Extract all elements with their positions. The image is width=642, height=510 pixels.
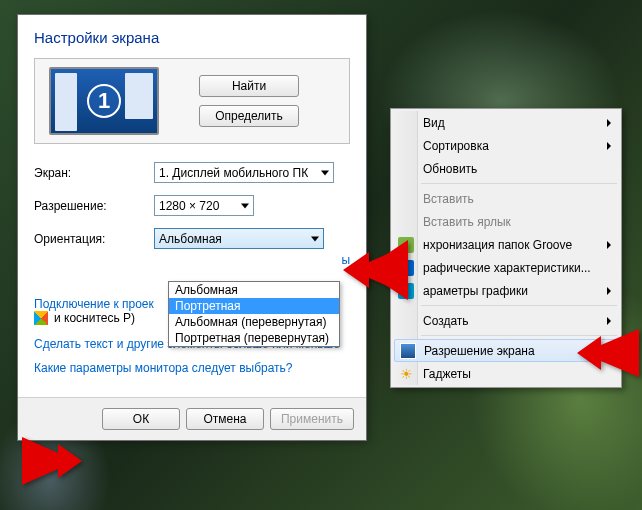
chevron-down-icon [321,170,329,175]
orientation-dropdown-list[interactable]: Альбомная Портретная Альбомная (переверн… [168,281,340,347]
orientation-label: Ориентация: [34,232,154,246]
windows-flag-icon [34,311,48,325]
detect-button[interactable]: Определить [199,105,299,127]
chevron-down-icon [241,203,249,208]
menu-paste-shortcut: Вставить ярлык [393,210,619,233]
cancel-button[interactable]: Отмена [186,408,264,430]
menu-separator [421,183,617,184]
svg-marker-1 [343,245,408,295]
chevron-down-icon [311,236,319,241]
submenu-arrow-icon [607,317,611,325]
menu-paste: Вставить [393,187,619,210]
shortcut-hint: и коснитесь P) [54,311,135,325]
resolution-select[interactable]: 1280 × 720 [154,195,254,216]
orientation-option[interactable]: Портретная (перевернутая) [169,330,339,346]
screen-settings-dialog: Настройки экрана 1 Найти Определить Экра… [17,14,367,441]
svg-marker-3 [22,437,82,485]
connect-projector-link[interactable]: Подключение к проек [34,297,154,311]
find-button[interactable]: Найти [199,75,299,97]
monitor-icon [400,343,416,359]
display-label: Экран: [34,166,154,180]
menu-view[interactable]: Вид [393,111,619,134]
menu-separator [421,305,617,306]
annotation-arrow-icon [22,434,82,488]
dialog-title: Настройки экрана [34,29,350,46]
which-settings-link[interactable]: Какие параметры монитора следует выбрать… [34,361,350,375]
monitor-number: 1 [87,84,121,118]
orientation-select[interactable]: Альбомная [154,228,324,249]
submenu-arrow-icon [607,142,611,150]
resolution-label: Разрешение: [34,199,154,213]
monitor-thumbnail[interactable]: 1 [49,67,159,135]
display-preview-area: 1 Найти Определить [34,58,350,144]
menu-groove-sync[interactable]: нхронизация папок Groove [393,233,619,256]
annotation-arrow-icon [343,240,408,300]
submenu-arrow-icon [607,287,611,295]
menu-graphics-characteristics[interactable]: рафические характеристики... [393,256,619,279]
display-select[interactable]: 1. Дисплей мобильного ПК [154,162,334,183]
orientation-option-selected[interactable]: Портретная [169,298,339,314]
annotation-arrow-icon [577,326,639,380]
orientation-option[interactable]: Альбомная [169,282,339,298]
gadgets-icon [398,366,414,382]
submenu-arrow-icon [607,119,611,127]
submenu-arrow-icon [607,241,611,249]
menu-refresh[interactable]: Обновить [393,157,619,180]
apply-button[interactable]: Применить [270,408,354,430]
orientation-option[interactable]: Альбомная (перевернутая) [169,314,339,330]
menu-sort[interactable]: Сортировка [393,134,619,157]
menu-graphics-params[interactable]: араметры графики [393,279,619,302]
ok-button[interactable]: ОК [102,408,180,430]
svg-marker-2 [577,329,639,377]
